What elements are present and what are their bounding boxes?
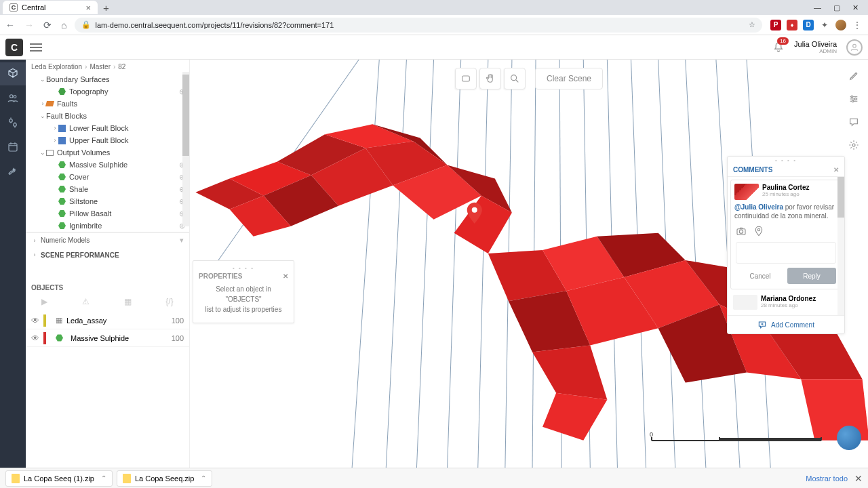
url-field[interactable]: 🔒 lam-demo.central.seequent.com/projects… — [75, 18, 762, 33]
scene-performance-section[interactable]: › SCENE PERFORMANCE — [26, 247, 189, 262]
tree-item[interactable]: Siltstone⊕ — [26, 195, 189, 207]
svg-line-50 — [516, 80, 518, 82]
tree-item[interactable]: ⌄Fault Blocks — [26, 110, 189, 122]
breadcrumb-item[interactable]: Master — [90, 63, 111, 70]
sliders-icon[interactable] — [844, 89, 864, 108]
breadcrumb: Leda Exploration › Master › 82 — [26, 60, 189, 73]
location-pin-icon[interactable] — [753, 226, 764, 237]
clear-scene-button[interactable]: Clear Scene — [535, 68, 603, 89]
orientation-gizmo[interactable] — [837, 426, 861, 450]
pencil-icon[interactable] — [844, 66, 864, 85]
chrome-menu-icon[interactable]: ⋮ — [852, 20, 863, 30]
tree-item[interactable]: Cover⊕ — [26, 171, 189, 183]
gear-icon[interactable] — [844, 136, 864, 155]
tree-item[interactable]: ›Upper Fault Block — [26, 134, 189, 146]
chevron-up-icon[interactable]: ⌃ — [201, 474, 206, 482]
comment-card[interactable]: Paulina Cortez 25 minutes ago @Julia Oli… — [730, 180, 842, 289]
tab-close-icon[interactable]: × — [85, 3, 91, 13]
section-menu-icon[interactable]: ▾ — [180, 236, 184, 245]
rail-3d-icon[interactable] — [0, 62, 26, 85]
tree-item[interactable]: ⌄Output Volumes — [26, 146, 189, 159]
menu-toggle-button[interactable] — [30, 41, 42, 54]
svg-text:0: 0 — [650, 431, 653, 438]
select-icon[interactable] — [455, 68, 477, 89]
hex-icon — [58, 222, 66, 230]
add-comment-button[interactable]: Add Comment — [728, 315, 844, 333]
tree-item[interactable]: Shale⊕ — [26, 183, 189, 195]
comment-text: @Julia Oliveira por favor revisar contin… — [734, 203, 837, 220]
comments-scrollbar[interactable] — [837, 177, 844, 315]
close-icon[interactable]: ✕ — [854, 473, 863, 484]
breadcrumb-item[interactable]: 82 — [118, 63, 125, 70]
3d-viewport[interactable]: Clear Scene • • • • PROPERTIES ✕ Select … — [190, 60, 868, 468]
lock-icon: 🔒 — [81, 20, 91, 29]
back-button[interactable]: ← — [5, 20, 15, 30]
visibility-icon[interactable]: 👁 — [31, 316, 39, 325]
profile-avatar-icon[interactable] — [835, 20, 846, 30]
chevron-up-icon[interactable]: ⌃ — [101, 474, 106, 482]
close-icon[interactable]: ✕ — [283, 272, 288, 280]
play-icon[interactable]: ▶ — [41, 297, 47, 306]
tree-item[interactable]: Pillow Basalt⊕ — [26, 207, 189, 220]
comment-card[interactable]: Mariana Ordonez 28 minutes ago — [730, 292, 842, 312]
close-icon[interactable]: ✕ — [833, 166, 839, 174]
ext-pdf-icon[interactable]: ♦ — [787, 20, 797, 30]
hex-icon — [56, 334, 63, 342]
tree-item[interactable]: ›Faults — [26, 98, 189, 110]
grid-icon[interactable]: ▦ — [124, 297, 132, 306]
home-button[interactable]: ⌂ — [61, 20, 66, 30]
warning-icon[interactable]: ⚠ — [82, 297, 90, 306]
tree-item[interactable]: Massive Sulphide⊕ — [26, 159, 189, 171]
notification-badge: 16 — [777, 37, 789, 45]
object-row[interactable]: 👁▦Leda_assay100 — [26, 312, 189, 329]
download-item[interactable]: La Copa Seeq (1).zip ⌃ — [5, 470, 113, 487]
chevron-icon: ⌄ — [39, 76, 46, 83]
user-avatar-icon[interactable] — [846, 39, 863, 56]
object-row[interactable]: 👁Massive Sulphide100 — [26, 329, 189, 347]
svg-point-54 — [852, 144, 855, 146]
show-all-downloads-button[interactable]: Mostrar todo — [806, 474, 848, 483]
tree-item[interactable]: ⌄Boundary Surfaces — [26, 73, 189, 85]
browser-tab[interactable]: C Central × — [3, 1, 98, 14]
tree-item[interactable]: Topography⊕ — [26, 85, 189, 98]
drag-handle-icon[interactable]: • • • • — [728, 157, 844, 163]
rail-settings-icon[interactable] — [0, 111, 26, 134]
star-icon[interactable]: ☆ — [749, 20, 755, 29]
tree-item[interactable]: ›Lower Fault Block — [26, 122, 189, 134]
code-icon[interactable]: {/} — [165, 297, 173, 306]
maximize-button[interactable]: ▢ — [833, 3, 840, 12]
drag-handle-icon[interactable]: • • • • — [199, 265, 288, 271]
reply-input[interactable] — [736, 242, 836, 264]
search-icon[interactable] — [504, 68, 526, 89]
comment-author: Paulina Cortez — [762, 184, 809, 191]
rail-calendar-icon[interactable] — [0, 136, 26, 159]
ext-d-icon[interactable]: D — [803, 20, 814, 30]
ext-puzzle-icon[interactable]: ✦ — [819, 20, 830, 30]
notifications-button[interactable]: 16 — [772, 41, 785, 54]
properties-title: PROPERTIES — [199, 272, 242, 280]
camera-icon[interactable] — [736, 226, 747, 237]
pan-icon[interactable] — [479, 68, 501, 89]
download-item[interactable]: La Copa Seeq.zip ⌃ — [117, 470, 212, 487]
cancel-button[interactable]: Cancel — [736, 268, 785, 284]
zip-file-icon — [123, 474, 131, 483]
breadcrumb-item[interactable]: Leda Exploration — [31, 63, 82, 70]
app-logo[interactable]: C — [5, 39, 23, 56]
ext-pinterest-icon[interactable]: P — [770, 20, 781, 30]
user-info[interactable]: Julia Oliveira ADMIN — [794, 40, 837, 54]
color-swatch — [43, 332, 46, 344]
visibility-icon[interactable]: 👁 — [31, 333, 39, 343]
comment-icon[interactable] — [844, 113, 864, 131]
reply-button[interactable]: Reply — [787, 268, 836, 284]
forward-button[interactable]: → — [24, 20, 34, 30]
rail-wrench-icon[interactable] — [0, 160, 26, 183]
minimize-button[interactable]: — — [814, 3, 821, 12]
tree-item[interactable]: Ignimbrite⊕ — [26, 220, 189, 232]
new-tab-button[interactable]: + — [98, 2, 115, 14]
tree-scrollbar[interactable] — [182, 72, 189, 226]
reload-button[interactable]: ⟳ — [43, 20, 52, 30]
rail-users-icon[interactable] — [0, 87, 26, 110]
numeric-models-section[interactable]: › Numeric Models ▾ — [26, 232, 189, 247]
close-window-button[interactable]: ✕ — [852, 3, 859, 12]
main-area: Leda Exploration › Master › 82 ⌄Boundary… — [0, 60, 868, 468]
